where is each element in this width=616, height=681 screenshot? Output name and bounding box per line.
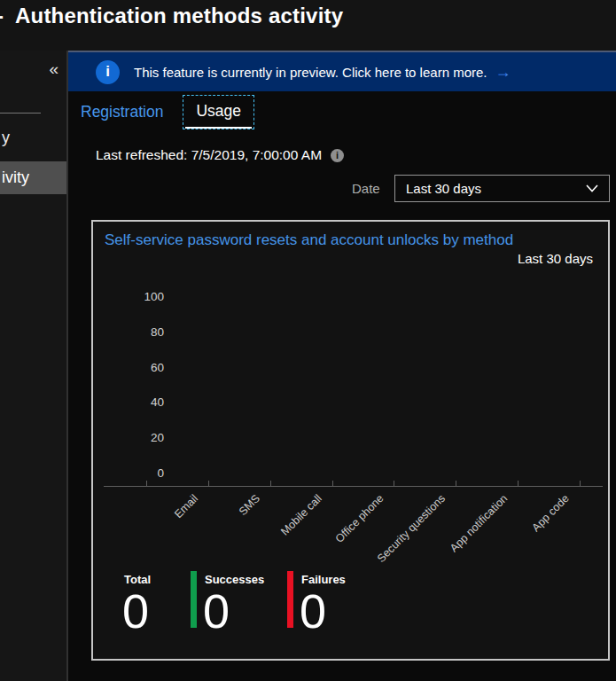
x-axis-tick [580, 481, 581, 486]
x-axis-label: Mobile call [278, 492, 324, 538]
last-refreshed-text: Last refreshed: 7/5/2019, 7:00:00 AM [96, 147, 322, 163]
x-axis-tick [270, 481, 271, 486]
tab-usage[interactable]: Usage [183, 95, 254, 129]
x-axis-label: App code [530, 492, 572, 534]
y-axis-label: 100 [93, 290, 164, 303]
title-fragment: - [0, 4, 4, 28]
sidebar-divider [0, 113, 41, 114]
x-axis-label: Email [172, 492, 200, 521]
x-axis-tick [146, 481, 147, 486]
kpi-row: Total0Successes0Failures0 [124, 571, 346, 636]
sidebar: « yivity [0, 51, 68, 681]
x-axis-tick [332, 481, 333, 486]
preview-banner[interactable]: i This feature is currently in preview. … [68, 51, 616, 91]
kpi-color-bar [191, 571, 197, 628]
sidebar-item[interactable]: ivity [0, 161, 66, 194]
kpi-total: Total0 [124, 571, 191, 636]
kpi-text: Successes0 [205, 571, 264, 636]
kpi-text: Failures0 [301, 571, 346, 636]
y-axis-label: 20 [93, 431, 164, 444]
title-bar: - Authentication methods activity [0, 0, 616, 51]
x-axis-tick [208, 481, 209, 486]
kpi-value: 0 [122, 587, 151, 636]
x-axis-label: Office phone [333, 492, 386, 545]
kpi-value: 0 [300, 587, 346, 636]
date-range-value: Last 30 days [406, 181, 481, 196]
x-axis-label: App notification [448, 492, 510, 554]
chevron-down-icon [586, 184, 598, 192]
kpi-text: Total0 [124, 571, 151, 636]
kpi-failures: Failures0 [287, 571, 346, 636]
page-title: Authentication methods activity [15, 4, 343, 28]
collapse-sidebar-button[interactable]: « [49, 60, 58, 77]
y-axis-label: 0 [93, 466, 164, 480]
kpi-successes: Successes0 [191, 571, 287, 636]
kpi-color-bar [287, 571, 293, 628]
x-axis-label: Security questions [375, 492, 448, 565]
screen: - Authentication methods activity « yivi… [0, 0, 616, 681]
y-axis-label: 40 [93, 395, 164, 409]
y-axis-label: 60 [93, 361, 164, 374]
x-axis-label: SMS [237, 492, 262, 518]
main-content: i This feature is currently in preview. … [68, 51, 616, 681]
last-refreshed-row: Last refreshed: 7/5/2019, 7:00:00 AM i [96, 147, 344, 163]
arrow-right-icon: → [495, 64, 511, 80]
date-range-select[interactable]: Last 30 days [394, 175, 610, 202]
banner-text: This feature is currently in preview. Cl… [134, 65, 487, 80]
y-axis-label: 80 [93, 325, 164, 339]
chart-card: Self-service password resets and account… [91, 220, 610, 661]
x-axis-line [104, 486, 603, 487]
x-axis-tick [518, 481, 519, 486]
info-icon[interactable]: i [331, 149, 344, 162]
x-axis-tick [394, 481, 394, 486]
date-filter-label: Date [352, 181, 380, 196]
tab-registration[interactable]: Registration [80, 95, 164, 129]
sidebar-item[interactable]: y [0, 124, 66, 151]
info-icon: i [96, 60, 120, 84]
kpi-value: 0 [203, 587, 264, 636]
x-axis-tick [456, 481, 456, 486]
tab-bar: RegistrationUsage [80, 95, 254, 129]
